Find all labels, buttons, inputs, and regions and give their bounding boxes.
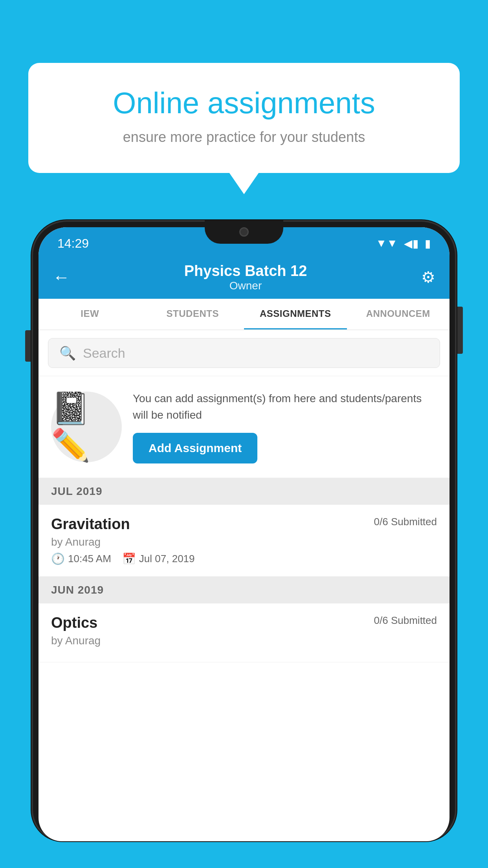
search-placeholder-text: Search <box>83 346 125 361</box>
phone-outer: 14:29 ▼▼ ◀▮ ▮ ← Physics Batch 12 Owner ⚙ <box>31 220 457 841</box>
promo-text-area: You can add assignment(s) from here and … <box>133 390 437 463</box>
assignment-optics-name: Optics <box>51 614 97 631</box>
assignment-time: 🕐 10:45 AM <box>51 552 111 565</box>
tab-announcements[interactable]: ANNOUNCEM <box>347 299 450 329</box>
battery-icon: ▮ <box>425 237 431 250</box>
settings-button[interactable]: ⚙ <box>421 268 435 286</box>
assignment-submitted: 0/6 Submitted <box>374 516 437 528</box>
tab-iew[interactable]: IEW <box>39 299 141 329</box>
header-subtitle: Owner <box>184 280 307 292</box>
promo-icon-wrap: 📓✏️ <box>51 392 122 462</box>
assignment-by: by Anurag <box>51 536 437 548</box>
wifi-icon: ▼▼ <box>376 237 398 250</box>
assignment-name: Gravitation <box>51 516 130 533</box>
notch-camera <box>239 227 249 237</box>
promo-card: 📓✏️ You can add assignment(s) from here … <box>39 376 449 478</box>
month-header-jun: JUN 2019 <box>39 577 449 603</box>
speech-bubble-container: Online assignments ensure more practice … <box>28 63 460 173</box>
bubble-title: Online assignments <box>60 86 428 120</box>
search-container: 🔍 Search <box>39 330 449 376</box>
header-title: Physics Batch 12 <box>184 263 307 280</box>
phone-wrapper: 14:29 ▼▼ ◀▮ ▮ ← Physics Batch 12 Owner ⚙ <box>31 220 457 868</box>
assignment-item-optics[interactable]: Optics 0/6 Submitted by Anurag <box>39 603 449 662</box>
assignment-date: 📅 Jul 07, 2019 <box>122 552 195 565</box>
phone-notch <box>205 220 283 244</box>
app-header: ← Physics Batch 12 Owner ⚙ <box>39 256 449 299</box>
assignment-meta: 🕐 10:45 AM 📅 Jul 07, 2019 <box>51 552 437 565</box>
clock-icon: 🕐 <box>51 552 65 565</box>
tab-students[interactable]: STUDENTS <box>141 299 244 329</box>
signal-icon: ◀▮ <box>404 237 418 250</box>
promo-description: You can add assignment(s) from here and … <box>133 390 437 423</box>
status-time: 14:29 <box>57 236 89 251</box>
assignment-optics-submitted: 0/6 Submitted <box>374 614 437 627</box>
add-assignment-button[interactable]: Add Assignment <box>133 433 257 463</box>
calendar-icon: 📅 <box>122 552 136 565</box>
assignment-item-gravitation[interactable]: Gravitation 0/6 Submitted by Anurag 🕐 10… <box>39 505 449 577</box>
search-bar[interactable]: 🔍 Search <box>48 338 440 368</box>
phone-screen: 14:29 ▼▼ ◀▮ ▮ ← Physics Batch 12 Owner ⚙ <box>39 227 449 841</box>
back-button[interactable]: ← <box>53 267 70 287</box>
search-icon: 🔍 <box>59 345 76 361</box>
assignment-optics-row-top: Optics 0/6 Submitted <box>51 614 437 631</box>
assignment-optics-by: by Anurag <box>51 634 437 647</box>
assignment-book-icon: 📓✏️ <box>51 390 122 464</box>
header-center: Physics Batch 12 Owner <box>184 263 307 292</box>
tabs-bar: IEW STUDENTS ASSIGNMENTS ANNOUNCEM <box>39 299 449 330</box>
status-icons: ▼▼ ◀▮ ▮ <box>376 237 431 250</box>
assignment-row-top: Gravitation 0/6 Submitted <box>51 516 437 533</box>
tab-assignments[interactable]: ASSIGNMENTS <box>244 299 347 329</box>
speech-bubble: Online assignments ensure more practice … <box>28 63 460 173</box>
bubble-subtitle: ensure more practice for your students <box>60 129 428 145</box>
month-header-jul: JUL 2019 <box>39 478 449 505</box>
